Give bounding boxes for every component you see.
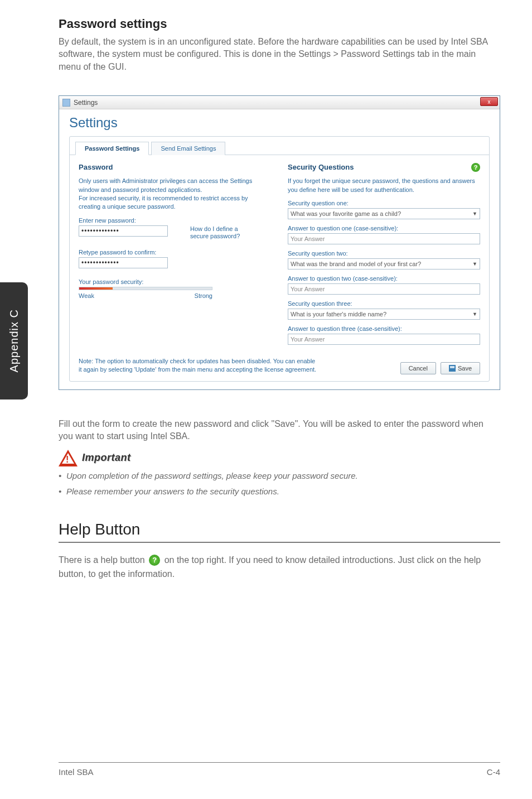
question-two-select[interactable]: What was the brand and model of your fir… (288, 258, 480, 269)
answer-two-input[interactable]: Your Answer (288, 283, 480, 295)
meter-strong-label: Strong (195, 292, 212, 299)
tabs-row: Password Settings Send Email Settings (70, 137, 489, 155)
password-strength-fill (79, 287, 113, 290)
question-one-label: Security question one: (288, 200, 480, 206)
secure-password-hint-link[interactable]: How do I define a secure password? (190, 225, 240, 240)
password-column: Password Only users with Administrator p… (79, 163, 271, 345)
password-heading: Password (79, 163, 271, 171)
section-title: Password settings (59, 17, 500, 31)
titlebar: Settings x (59, 96, 500, 109)
important-list: Upon completion of the password settings… (59, 470, 500, 498)
hint-line-1: How do I define a (190, 225, 238, 232)
important-label: Important (82, 452, 131, 464)
password-description: Only users with Administrator privileges… (79, 177, 271, 211)
question-one-select[interactable]: What was your favorite game as a child? … (288, 208, 480, 219)
question-one-value: What was your favorite game as a child? (291, 210, 401, 217)
hint-line-2: secure password? (190, 233, 240, 239)
question-three-label: Security question three: (288, 300, 480, 307)
question-three-value: What is your father's middle name? (291, 311, 386, 317)
meter-weak-label: Weak (79, 292, 94, 299)
footer-left: Intel SBA (59, 767, 94, 777)
chevron-down-icon: ▼ (472, 211, 477, 216)
security-questions-heading: Security Questions (288, 163, 354, 171)
save-button-label: Save (458, 365, 472, 372)
question-two-value: What was the brand and model of your fir… (291, 261, 421, 267)
tab-send-email-settings[interactable]: Send Email Settings (151, 142, 225, 155)
help-text-before: There is a help button (59, 555, 147, 565)
answer-one-label: Answer to question one (case-sensitive): (288, 225, 480, 232)
retype-password-input[interactable]: ••••••••••••• (79, 257, 168, 268)
enter-password-label: Enter new password: (79, 217, 271, 224)
question-two-label: Security question two: (288, 250, 480, 257)
enter-password-input[interactable]: ••••••••••••• (79, 225, 168, 237)
section-paragraph: By default, the system is in an unconfig… (59, 36, 500, 73)
chevron-down-icon: ▼ (472, 261, 477, 267)
appendix-label: Appendix C (8, 309, 21, 372)
update-note: Note: The option to automatically check … (79, 357, 320, 374)
meter-labels: Weak Strong (79, 292, 212, 299)
window-system-icon (62, 99, 70, 107)
save-instruction: Fill out the form to create the new pass… (59, 418, 500, 443)
settings-inner: Settings Password Settings Send Email Se… (59, 109, 500, 389)
panel-body: Password Only users with Administrator p… (70, 155, 489, 353)
password-security-label: Your password security: (79, 278, 271, 285)
save-button[interactable]: Save (441, 362, 480, 374)
security-questions-description: If you forget the unique secure password… (288, 177, 480, 194)
close-button[interactable]: x (480, 97, 498, 106)
page-content: Password settings By default, the system… (59, 17, 500, 581)
settings-panel: Password Settings Send Email Settings Pa… (69, 136, 490, 382)
answer-three-label: Answer to question three (case-sensitive… (288, 325, 480, 332)
answer-one-input[interactable]: Your Answer (288, 233, 480, 244)
answer-two-label: Answer to question two (case-sensitive): (288, 275, 480, 282)
settings-heading: Settings (69, 115, 490, 131)
panel-footer: Note: The option to automatically check … (70, 353, 489, 381)
question-three-select[interactable]: What is your father's middle name? ▼ (288, 309, 480, 320)
help-icon[interactable]: ? (471, 163, 480, 172)
window-title: Settings (74, 99, 98, 107)
page-footer: Intel SBA C-4 (59, 762, 500, 777)
settings-window: Settings x Settings Password Settings Se… (59, 95, 500, 390)
tab-password-settings[interactable]: Password Settings (75, 142, 149, 155)
important-callout: ! Important (59, 450, 500, 466)
warning-triangle-icon: ! (59, 450, 78, 466)
post-window-text: Fill out the form to create the new pass… (59, 418, 500, 581)
list-item: Upon completion of the password settings… (59, 470, 500, 483)
security-questions-column: Security Questions ? If you forget the u… (288, 163, 480, 345)
save-disk-icon (449, 365, 456, 372)
list-item: Please remember your answers to the secu… (59, 485, 500, 498)
cancel-button[interactable]: Cancel (400, 362, 436, 374)
answer-three-input[interactable]: Your Answer (288, 334, 480, 345)
button-group: Cancel Save (400, 362, 480, 374)
chevron-down-icon: ▼ (472, 311, 477, 317)
footer-right: C-4 (487, 767, 500, 777)
password-strength-meter (79, 287, 212, 290)
help-button-heading: Help Button (59, 521, 500, 543)
appendix-sidebar-tab: Appendix C (0, 282, 28, 399)
help-button-paragraph: There is a help button ? on the top righ… (59, 553, 500, 581)
retype-password-label: Retype password to confirm: (79, 249, 271, 256)
inline-help-icon: ? (149, 555, 160, 566)
